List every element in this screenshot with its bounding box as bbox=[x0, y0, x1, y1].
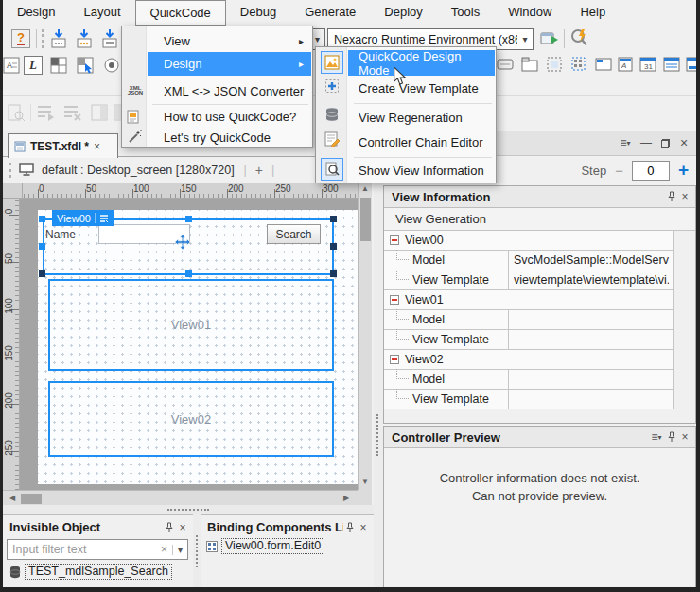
add-screen-button[interactable]: + bbox=[255, 163, 263, 178]
close-icon[interactable]: × bbox=[678, 190, 691, 203]
bottom-panel-splitter[interactable] bbox=[193, 514, 201, 587]
scroll-down-icon[interactable]: ▼ bbox=[361, 479, 369, 486]
close-icon[interactable]: × bbox=[678, 430, 691, 444]
menu-generate[interactable]: Generate bbox=[290, 0, 370, 26]
vertical-splitter[interactable] bbox=[374, 131, 383, 587]
menu-quickcode[interactable]: QuickCode bbox=[135, 0, 226, 26]
tab-close-icon[interactable]: × bbox=[94, 140, 100, 153]
binding-components-header[interactable]: Binding Components List ... × bbox=[201, 515, 374, 537]
restore-icon[interactable] bbox=[658, 136, 672, 149]
submenu-item-show-view-information[interactable]: Show View Information bbox=[348, 159, 495, 183]
frame-component-icon[interactable] bbox=[595, 56, 612, 73]
menu-layout[interactable]: Layout bbox=[69, 0, 134, 26]
launch-runtime-icon[interactable] bbox=[540, 31, 559, 47]
panel-menu-icon[interactable]: ≡▾ bbox=[617, 136, 634, 149]
binding-component-item[interactable]: View00.form.Edit0 bbox=[206, 538, 324, 554]
screen-config-label[interactable]: default : Desktop_screen [1280x720] bbox=[42, 164, 235, 177]
pin-icon[interactable] bbox=[665, 190, 678, 203]
menu-item-view[interactable]: View ▸ bbox=[123, 29, 311, 52]
help-contents-icon[interactable]: ? bbox=[11, 29, 30, 48]
invisible-object-item[interactable]: TEST_mdlSample_Search bbox=[9, 564, 172, 580]
scroll-thumb[interactable] bbox=[21, 494, 42, 504]
resize-handle[interactable] bbox=[39, 216, 45, 222]
tree-property-row[interactable]: View Template bbox=[384, 390, 674, 409]
panel-menu-icon[interactable]: ≡▾ bbox=[648, 430, 665, 444]
minimize-icon[interactable]: — bbox=[639, 136, 653, 149]
button-component-icon[interactable] bbox=[497, 56, 514, 73]
tree-group-row[interactable]: View02 bbox=[384, 350, 674, 370]
canvas-vertical-scrollbar[interactable]: ▲ ▼ bbox=[358, 183, 372, 490]
menu-item-how-to-use[interactable]: How to use QuickCode? bbox=[123, 106, 311, 128]
config-grip[interactable] bbox=[9, 163, 11, 178]
resize-handle[interactable] bbox=[330, 243, 337, 250]
search-button[interactable]: Search bbox=[267, 224, 321, 244]
filter-caret-icon[interactable]: ▾ bbox=[172, 545, 187, 555]
clear-filter-icon[interactable]: × bbox=[156, 543, 172, 556]
submenu-item-quickcode-design-mode[interactable]: QuickCode Design Mode bbox=[348, 50, 495, 76]
import-model-icon[interactable] bbox=[75, 28, 94, 49]
menu-design[interactable]: Design bbox=[3, 0, 69, 26]
object-filter-input[interactable] bbox=[8, 543, 156, 556]
close-icon[interactable]: × bbox=[176, 521, 189, 534]
tree-property-row[interactable]: View Template viewtemplate\viewtemplate\… bbox=[384, 270, 674, 290]
menu-item-xml-json-converter[interactable]: XML <-> JSON Converter bbox=[123, 79, 311, 102]
calendar-icon[interactable]: 31 bbox=[639, 56, 656, 73]
menu-window[interactable]: Window bbox=[494, 0, 566, 26]
scroll-thumb[interactable] bbox=[360, 198, 371, 241]
collapse-icon[interactable] bbox=[390, 235, 399, 245]
textarea-component-icon[interactable]: A bbox=[617, 56, 634, 73]
controller-preview-header[interactable]: Controller Preview ≡▾ × bbox=[384, 427, 695, 448]
tree-property-row[interactable]: Model bbox=[384, 310, 674, 330]
submenu-item-view-regeneration[interactable]: View Regeneration bbox=[348, 105, 495, 130]
static-text-icon[interactable]: A bbox=[2, 56, 21, 75]
toolbar-grip[interactable] bbox=[42, 29, 44, 48]
design-canvas[interactable]: View00 Name Search View01 View02 bbox=[20, 199, 358, 490]
collapse-icon[interactable] bbox=[390, 295, 399, 305]
tree-property-row[interactable]: View Template bbox=[384, 330, 674, 350]
library-insert-icon[interactable]: L bbox=[24, 56, 43, 75]
resize-handle[interactable] bbox=[185, 270, 192, 277]
resize-handle[interactable] bbox=[330, 270, 337, 277]
menu-item-lets-try[interactable]: Let's try QuickCode bbox=[123, 128, 311, 148]
canvas-horizontal-scrollbar[interactable]: ◀ ▶ bbox=[3, 490, 358, 505]
import-screen-icon[interactable] bbox=[49, 28, 68, 49]
step-value-input[interactable] bbox=[632, 161, 670, 181]
tree-group-row[interactable]: View00 bbox=[384, 231, 674, 251]
view-information-header[interactable]: View Information × bbox=[384, 186, 695, 208]
import-data-icon[interactable] bbox=[100, 28, 119, 49]
menu-help[interactable]: Help bbox=[566, 0, 620, 26]
close-icon[interactable]: × bbox=[677, 136, 691, 149]
tree-property-row[interactable]: Model bbox=[384, 370, 674, 390]
step-decrement-button[interactable]: − bbox=[615, 163, 623, 179]
close-icon[interactable]: × bbox=[357, 521, 370, 534]
view01-container[interactable]: View01 bbox=[48, 279, 334, 371]
view02-container[interactable]: View02 bbox=[48, 381, 334, 457]
scroll-right-icon[interactable]: ▶ bbox=[343, 495, 349, 502]
tree-property-row[interactable]: Model SvcModelSample::ModelServic... bbox=[384, 251, 674, 270]
scroll-left-icon[interactable]: ◀ bbox=[9, 495, 15, 502]
layout-select-icon[interactable] bbox=[76, 56, 95, 75]
submenu-item-controller-chain-editor[interactable]: Controller Chain Editor bbox=[348, 130, 495, 154]
step-increment-button[interactable]: + bbox=[678, 160, 689, 181]
tab-component-icon[interactable] bbox=[521, 56, 538, 73]
invisible-object-header[interactable]: Invisible Object × bbox=[3, 515, 193, 537]
tree-group-row[interactable]: View01 bbox=[384, 290, 674, 310]
calendar-grid-icon[interactable] bbox=[663, 56, 680, 73]
menu-tools[interactable]: Tools bbox=[437, 0, 494, 26]
view00-label-tab[interactable]: View00 bbox=[52, 210, 114, 226]
resize-handle[interactable] bbox=[39, 243, 45, 250]
selection-rect-icon[interactable] bbox=[570, 56, 587, 73]
scroll-up-icon[interactable]: ▲ bbox=[361, 185, 369, 193]
menu-deploy[interactable]: Deploy bbox=[370, 0, 436, 26]
collapse-icon[interactable] bbox=[390, 355, 399, 364]
layout-grid-icon[interactable] bbox=[49, 56, 68, 75]
resize-handle[interactable] bbox=[39, 270, 45, 277]
resize-handle[interactable] bbox=[330, 216, 337, 222]
object-filter-box[interactable]: × ▾ bbox=[7, 539, 188, 560]
horizontal-splitter[interactable] bbox=[3, 505, 374, 514]
resize-handle[interactable] bbox=[185, 216, 192, 222]
submenu-item-create-view-template[interactable]: Create View Template bbox=[348, 76, 495, 100]
tab-test-xfdl[interactable]: TEST.xfdl * × bbox=[8, 133, 118, 158]
pin-icon[interactable] bbox=[665, 430, 678, 444]
menu-item-design[interactable]: Design ▸ bbox=[148, 52, 311, 76]
